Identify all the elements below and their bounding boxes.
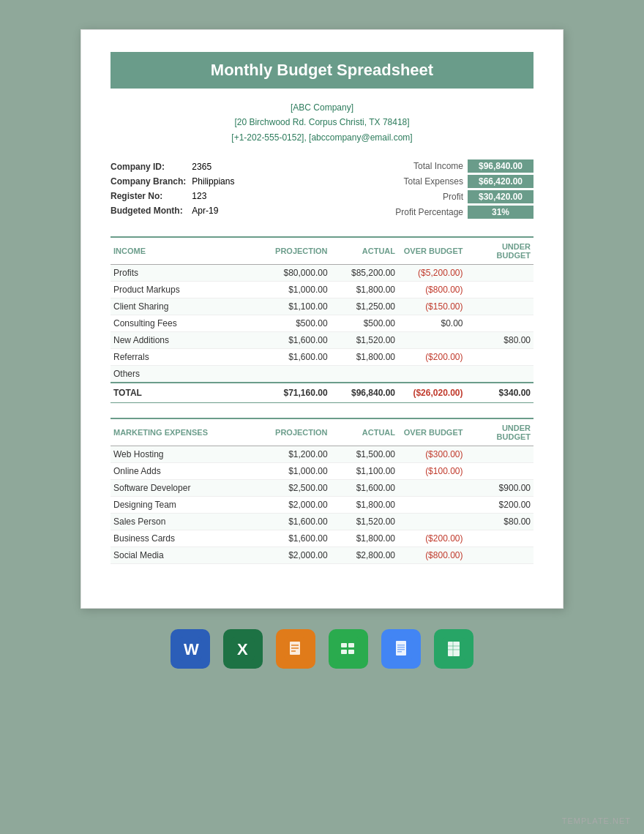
income-row-over	[398, 366, 465, 383]
marketing-row-over: ($200.00)	[398, 530, 465, 547]
marketing-row-under	[466, 446, 534, 463]
income-row-name: Referrals	[111, 349, 263, 366]
income-row-actual: $1,250.00	[331, 298, 398, 315]
marketing-row-name: Business Cards	[111, 530, 263, 547]
income-row-under	[466, 282, 534, 298]
marketing-row-actual: $1,520.00	[331, 514, 398, 530]
income-row-under	[466, 298, 534, 315]
marketing-row-over	[398, 480, 465, 497]
svg-rect-10	[341, 643, 347, 647]
svg-rect-7	[291, 647, 299, 649]
marketing-projection-header: PROJECTION	[263, 418, 330, 446]
income-row: Client Sharing $1,100.00 $1,250.00 ($150…	[111, 298, 533, 315]
income-row-projection: $1,600.00	[263, 349, 330, 366]
company-name: [ABC Company]	[111, 100, 533, 115]
income-row-actual: $1,800.00	[331, 349, 398, 366]
income-row-over: $0.00	[398, 315, 465, 332]
marketing-actual-header: ACTUAL	[331, 418, 398, 446]
income-row-under	[466, 265, 534, 282]
google-docs-icon[interactable]	[381, 629, 421, 669]
income-row-name: Client Sharing	[111, 298, 263, 315]
income-row-name: Profits	[111, 265, 263, 282]
company-contact: [+1-202-555-0152], [abccompany@email.com…	[111, 130, 533, 145]
marketing-row-over: ($800.00)	[398, 547, 465, 564]
income-row-over: ($800.00)	[398, 282, 465, 298]
marketing-row-under: $200.00	[466, 497, 534, 514]
income-row-projection: $1,000.00	[263, 282, 330, 298]
marketing-row-actual: $1,800.00	[331, 497, 398, 514]
income-row: Profits $80,000.00 $85,200.00 ($5,200.00…	[111, 265, 533, 282]
marketing-row-name: Online Adds	[111, 463, 263, 480]
svg-rect-17	[397, 647, 405, 648]
marketing-row-under: $80.00	[466, 514, 534, 530]
word-icon[interactable]: W	[171, 629, 210, 669]
marketing-row-name: Designing Team	[111, 497, 263, 514]
marketing-row-over: ($300.00)	[398, 446, 465, 463]
income-row-projection: $1,100.00	[263, 298, 330, 315]
svg-rect-18	[397, 649, 405, 650]
meta-budgeted-month: Budgeted Month: Apr-19	[111, 203, 240, 218]
income-row-projection: $1,600.00	[263, 332, 330, 349]
income-row: Consulting Fees $500.00 $500.00 $0.00	[111, 315, 533, 332]
income-actual-header: ACTUAL	[331, 237, 398, 265]
income-row-actual: $1,520.00	[331, 332, 398, 349]
excel-icon[interactable]: X	[223, 629, 263, 669]
meta-right: Total Income $96,840.00 Total Expenses $…	[375, 159, 533, 219]
marketing-row-actual: $1,100.00	[331, 463, 398, 480]
income-row-under: $80.00	[466, 332, 534, 349]
svg-rect-9	[337, 637, 360, 661]
numbers-icon[interactable]	[329, 629, 368, 669]
marketing-row-under	[466, 530, 534, 547]
meta-company-branch: Company Branch: Philippians	[111, 174, 240, 189]
svg-rect-19	[397, 651, 402, 653]
google-sheets-icon[interactable]	[434, 629, 473, 669]
marketing-row-over	[398, 514, 465, 530]
income-row: New Additions $1,600.00 $1,520.00 $80.00	[111, 332, 533, 349]
svg-rect-12	[341, 650, 347, 654]
summary-total-income: Total Income $96,840.00	[375, 159, 533, 173]
summary-profit: Profit $30,420.00	[375, 190, 533, 203]
income-total-projection: $71,160.00	[263, 383, 330, 403]
svg-rect-8	[291, 650, 296, 652]
income-table: INCOME PROJECTION ACTUAL OVER BUDGET UND…	[111, 236, 533, 403]
marketing-row-projection: $1,000.00	[263, 463, 330, 480]
marketing-col-header: MARKETING EXPENSES	[111, 418, 263, 446]
income-total-actual: $96,840.00	[331, 383, 398, 403]
income-row-projection	[263, 366, 330, 383]
marketing-row-projection: $1,600.00	[263, 530, 330, 547]
marketing-row: Online Adds $1,000.00 $1,100.00 ($100.00…	[111, 463, 533, 480]
svg-rect-11	[348, 643, 354, 647]
marketing-row-actual: $1,500.00	[331, 446, 398, 463]
income-row-actual: $500.00	[331, 315, 398, 332]
income-total-over: ($26,020.00)	[398, 383, 465, 403]
svg-rect-13	[348, 650, 354, 654]
spreadsheet-document: Monthly Budget Spreadsheet [ABC Company]…	[80, 29, 564, 609]
income-row-name: Product Markups	[111, 282, 263, 298]
summary-profit-pct: Profit Percentage 31%	[375, 206, 533, 219]
marketing-row-actual: $1,600.00	[331, 480, 398, 497]
income-row-name: Others	[111, 366, 263, 383]
marketing-row-name: Sales Person	[111, 514, 263, 530]
marketing-row-projection: $1,600.00	[263, 514, 330, 530]
meta-register-no: Register No: 123	[111, 189, 240, 203]
svg-rect-16	[397, 645, 405, 646]
income-row: Product Markups $1,000.00 $1,800.00 ($80…	[111, 282, 533, 298]
income-under-header: UNDER BUDGET	[466, 237, 534, 265]
income-row-over: ($5,200.00)	[398, 265, 465, 282]
income-row-over	[398, 332, 465, 349]
meta-section: Company ID: 2365 Company Branch: Philipp…	[111, 159, 533, 219]
income-row-actual: $1,800.00	[331, 282, 398, 298]
marketing-row: Web Hosting $1,200.00 $1,500.00 ($300.00…	[111, 446, 533, 463]
marketing-row: Software Developer $2,500.00 $1,600.00 $…	[111, 480, 533, 497]
marketing-row-projection: $2,500.00	[263, 480, 330, 497]
income-row: Referrals $1,600.00 $1,800.00 ($200.00)	[111, 349, 533, 366]
pages-icon[interactable]	[276, 629, 315, 669]
marketing-row-name: Web Hosting	[111, 446, 263, 463]
income-row-projection: $80,000.00	[263, 265, 330, 282]
marketing-row-under	[466, 547, 534, 564]
company-info: [ABC Company] [20 Birchwood Rd. Corpus C…	[111, 100, 533, 145]
income-col-header: INCOME	[111, 237, 263, 265]
income-total-label: TOTAL	[111, 383, 263, 403]
svg-text:W: W	[184, 640, 199, 658]
income-row-name: Consulting Fees	[111, 315, 263, 332]
